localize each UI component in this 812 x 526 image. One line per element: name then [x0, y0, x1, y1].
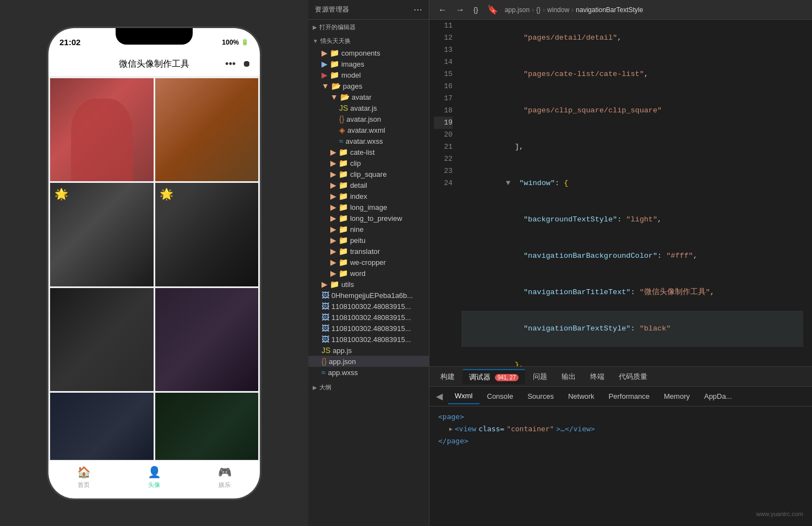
- tree-item-avatar-wxss[interactable]: ≈ avatar.wxss: [308, 135, 429, 147]
- photo-cell-4[interactable]: 🌟: [155, 183, 259, 286]
- braces-button[interactable]: {}: [471, 4, 481, 15]
- debug-tab-issues[interactable]: 问题: [526, 370, 554, 384]
- photo-cell-8[interactable]: [155, 393, 259, 460]
- battery-percent: 100%: [222, 39, 239, 46]
- tree-label-file3: 1108100302.48083915...: [331, 313, 411, 322]
- tree-label-components: components: [341, 49, 380, 57]
- project-arrow: ▼: [313, 38, 318, 44]
- tree-label-nine: nine: [350, 225, 364, 234]
- tab-home[interactable]: 🏠 首页: [48, 465, 119, 494]
- outline-label: 大纲: [319, 383, 331, 392]
- tree-item-app-json[interactable]: {} app.json: [308, 356, 429, 367]
- folder-icon-model: ▶ 📁: [321, 71, 339, 79]
- bookmark-button[interactable]: 🔖: [485, 3, 500, 16]
- img-icon-file5: 🖼: [321, 335, 329, 344]
- nav-forward-button[interactable]: →: [454, 4, 467, 16]
- project-label: 情头天天换: [320, 37, 351, 45]
- photo-cell-1[interactable]: [50, 78, 154, 182]
- tree-item-file2[interactable]: 🖼 1108100302.48083915...: [308, 301, 429, 312]
- tree-item-clip-square[interactable]: ▶ 📁 clip_square: [308, 169, 429, 180]
- tree-item-pages[interactable]: ▼ 📂 pages: [308, 80, 429, 91]
- outline-section[interactable]: ▶ 大纲: [308, 380, 429, 394]
- expand-icon[interactable]: ▶: [449, 423, 453, 435]
- inner-tab-console[interactable]: Console: [481, 389, 520, 404]
- debug-tab-debugger[interactable]: 调试器 941, 27: [462, 369, 525, 384]
- tree-item-peitu[interactable]: ▶ 📁 peitu: [308, 235, 429, 246]
- photo-cell-7[interactable]: [50, 393, 154, 460]
- more-icon[interactable]: •••: [225, 58, 236, 70]
- inner-tab-network[interactable]: Network: [562, 389, 601, 404]
- folder-icon-long-to-preview: ▶ 📁: [330, 214, 348, 223]
- debug-tab-build[interactable]: 构建: [434, 370, 461, 384]
- tree-label-we-cropper: we-cropper: [350, 258, 386, 267]
- editor-toolbar: ← → {} 🔖 app.json › {} › window › naviga…: [429, 0, 812, 20]
- tree-item-file3[interactable]: 🖼 1108100302.48083915...: [308, 312, 429, 323]
- ln-11: 11: [434, 20, 453, 32]
- open-editors-section[interactable]: ▶ 打开的编辑器: [308, 20, 429, 34]
- tree-item-file4[interactable]: 🖼 1108100302.48083915...: [308, 323, 429, 334]
- tab-entertainment[interactable]: 🎮 娱乐: [189, 465, 260, 494]
- photo-cell-6[interactable]: [155, 288, 259, 392]
- record-icon[interactable]: ⏺: [242, 59, 251, 69]
- folder-icon-long-image: ▶ 📁: [330, 203, 348, 212]
- tree-item-nine[interactable]: ▶ 📁 nine: [308, 224, 429, 235]
- inner-tab-sources[interactable]: Sources: [521, 389, 560, 404]
- code-token: {: [564, 179, 568, 187]
- tree-item-word[interactable]: ▶ 📁 word: [308, 268, 429, 279]
- entertainment-icon: 🎮: [218, 465, 232, 479]
- collapse-btn-15[interactable]: ▼: [506, 179, 515, 187]
- tree-item-long-image[interactable]: ▶ 📁 long_image: [308, 202, 429, 213]
- tree-label-app-json: app.json: [329, 357, 356, 366]
- tree-item-avatar-wxml[interactable]: ◈ avatar.wxml: [308, 124, 429, 135]
- tree-item-file1[interactable]: 🖼 0HhemgejjuEPeba1a6b...: [308, 290, 429, 301]
- inner-tab-appda[interactable]: AppDa...: [697, 389, 739, 404]
- tree-item-app-wxss[interactable]: ≈ app.wxss: [308, 367, 429, 378]
- debug-back-btn[interactable]: ◀: [436, 391, 443, 402]
- debug-tab-output[interactable]: 输出: [555, 370, 582, 384]
- tree-item-we-cropper[interactable]: ▶ 📁 we-cropper: [308, 257, 429, 268]
- inner-tab-performance[interactable]: Performance: [602, 389, 656, 404]
- tree-item-avatar[interactable]: ▼ 📂 avatar: [308, 91, 429, 102]
- inner-tab-memory[interactable]: Memory: [657, 389, 696, 404]
- tree-item-index[interactable]: ▶ 📁 index: [308, 191, 429, 202]
- ln-17: 17: [434, 93, 453, 105]
- code-line-13: "pages/clip_square/clip_square": [461, 93, 803, 129]
- debug-tab-quality[interactable]: 代码质量: [612, 370, 654, 384]
- tree-item-model[interactable]: ▶ 📁 model: [308, 69, 429, 80]
- tree-item-detail[interactable]: ▶ 📁 detail: [308, 180, 429, 191]
- explorer-more-button[interactable]: ⋯: [413, 4, 422, 15]
- photo-cell-3[interactable]: 🌟: [50, 183, 154, 286]
- tab-home-label: 首页: [78, 481, 90, 489]
- inner-tab-wxml[interactable]: Wxml: [448, 388, 479, 404]
- photo-cell-5[interactable]: [50, 288, 154, 392]
- tree-item-images[interactable]: ▶ 📁 images: [308, 58, 429, 69]
- breadcrumb-nav-text-style: navigationBarTextStyle: [576, 6, 643, 14]
- img-icon-file4: 🖼: [321, 324, 329, 333]
- nav-back-button[interactable]: ←: [436, 4, 449, 16]
- code-token: },: [515, 361, 524, 366]
- tree-item-avatar-js[interactable]: JS avatar.js: [308, 102, 429, 113]
- wxml-view-open: <view: [455, 423, 476, 435]
- debug-wxml-content: <page> ▶ <view class= "container" >…</vi…: [429, 406, 812, 526]
- debug-tab-terminal[interactable]: 终端: [584, 370, 611, 384]
- tab-avatar[interactable]: 👤 头像: [119, 465, 189, 494]
- inner-tab-sources-label: Sources: [527, 392, 554, 400]
- inner-tab-console-label: Console: [487, 392, 514, 400]
- tree-item-app-js[interactable]: JS app.js: [308, 345, 429, 356]
- project-section[interactable]: ▼ 情头天天换: [308, 34, 429, 47]
- folder-icon-pages: ▼ 📂: [321, 82, 341, 90]
- tree-item-translator[interactable]: ▶ 📁 translator: [308, 246, 429, 257]
- tree-item-utils[interactable]: ▶ 📁 utils: [308, 279, 429, 290]
- tree-item-avatar-json[interactable]: {} avatar.json: [308, 113, 429, 124]
- tree-item-components[interactable]: ▶ 📁 components: [308, 47, 429, 58]
- tree-label-file5: 1108100302.48083915...: [331, 335, 411, 344]
- tree-item-long-to-preview[interactable]: ▶ 📁 long_to_preview: [308, 213, 429, 224]
- photo-cell-2[interactable]: [155, 78, 259, 182]
- folder-icon-utils: ▶ 📁: [321, 280, 339, 289]
- tree-item-clip[interactable]: ▶ 📁 clip: [308, 158, 429, 169]
- code-content: "pages/detail/detail", "pages/cate-list/…: [457, 20, 812, 366]
- file-explorer: 资源管理器 ⋯ ▶ 打开的编辑器 ▼ 情头天天换 ▶ 📁 components …: [308, 0, 429, 526]
- inner-tab-memory-label: Memory: [664, 392, 690, 400]
- tree-item-cate-list[interactable]: ▶ 📁 cate-list: [308, 147, 429, 158]
- tree-item-file5[interactable]: 🖼 1108100302.48083915...: [308, 334, 429, 345]
